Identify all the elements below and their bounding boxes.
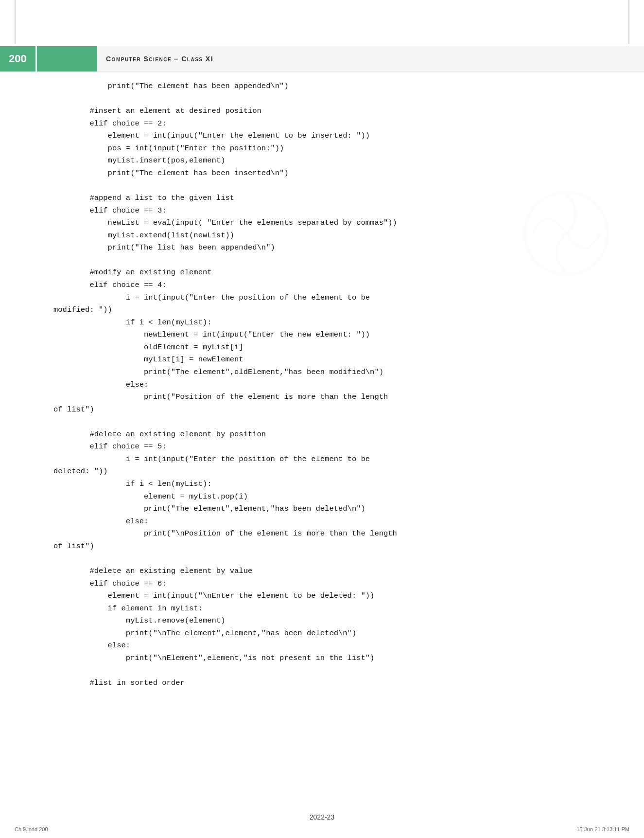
code-content: print("The element has been appended\n")…: [53, 80, 615, 690]
footer-year: 2022-23: [310, 813, 334, 821]
page-number: 200: [0, 46, 37, 71]
header-accent: Computer Science – Class XI: [97, 46, 644, 71]
top-line-right: [628, 0, 629, 44]
header-bar: 200: [0, 46, 97, 71]
footer: 2022-23: [0, 813, 644, 821]
header-title: Computer Science – Class XI: [97, 55, 213, 63]
page-container: 200 Computer Science – Class XI print("T…: [0, 0, 644, 838]
bottom-left-info: Ch 9.indd 200: [15, 826, 48, 832]
top-line-left: [15, 0, 16, 44]
bottom-right-info: 15-Jun-21 3:13:11 PM: [576, 826, 629, 832]
